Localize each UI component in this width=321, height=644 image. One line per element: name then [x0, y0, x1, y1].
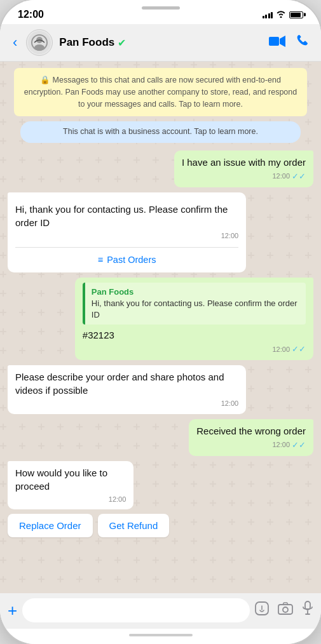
bubble-incoming: Please describe your order and share pho…: [8, 365, 246, 413]
message-time: 12:00: [109, 495, 126, 504]
input-icons: [255, 601, 313, 620]
phone-call-icon[interactable]: [297, 34, 311, 51]
message-text: #32123: [83, 330, 114, 340]
header-actions: [269, 34, 311, 51]
quote-block: Pan Foods Hi, thank you for contacting u…: [83, 283, 306, 325]
bubble-outgoing: Received the wrong order 12:00 ✓✓: [189, 419, 313, 456]
bubble-incoming: How would you like to proceed 12:00: [8, 461, 133, 509]
message-time: 12:00: [221, 231, 239, 241]
verified-badge: ✔: [118, 37, 126, 49]
avatar: [26, 29, 53, 56]
chat-body: 🔒 Messages to this chat and calls are no…: [0, 62, 321, 593]
mic-icon[interactable]: [302, 601, 313, 620]
quote-sender: Pan Foods: [92, 286, 299, 298]
message-row: Please describe your order and share pho…: [8, 365, 313, 413]
top-notch: [142, 6, 180, 10]
video-call-icon[interactable]: [269, 36, 285, 50]
read-receipt: ✓✓: [292, 171, 306, 182]
contact-info: Pan Foods ✔: [59, 36, 263, 49]
past-orders-button[interactable]: ≡ Past Orders: [15, 247, 238, 272]
bubble-incoming-with-button: Hi, thank you for contacting us. Please …: [8, 192, 246, 272]
message-time: 12:00: [272, 440, 290, 450]
message-row: Pan Foods Hi, thank you for contacting u…: [8, 278, 313, 361]
message-text: How would you like to proceed: [15, 467, 107, 492]
camera-icon[interactable]: [278, 602, 293, 619]
wifi-icon: [276, 10, 286, 20]
status-icons: [263, 10, 304, 20]
message-row: Hi, thank you for contacting us. Please …: [8, 192, 313, 272]
message-text: Hi, thank you for contacting us. Please …: [15, 204, 228, 228]
quote-text: Hi, thank you for contacting us. Please …: [92, 298, 299, 321]
action-buttons-row: Replace Order Get Refund: [8, 514, 169, 537]
message-row: Received the wrong order 12:00 ✓✓: [8, 419, 313, 456]
message-time: 12:00: [272, 171, 290, 181]
svg-rect-4: [269, 37, 279, 46]
svg-point-8: [283, 607, 288, 612]
message-text: Received the wrong order: [196, 426, 306, 436]
message-time: 12:00: [221, 399, 239, 408]
message-row: How would you like to proceed 12:00 Repl…: [8, 461, 313, 537]
message-input[interactable]: [22, 598, 250, 622]
plus-button[interactable]: +: [8, 602, 17, 619]
svg-marker-5: [280, 36, 285, 47]
svg-point-3: [34, 44, 44, 51]
bubble-outgoing: I have an issue with my order 12:00 ✓✓: [174, 151, 313, 187]
get-refund-button[interactable]: Get Refund: [98, 514, 170, 537]
contact-name: Pan Foods: [59, 36, 114, 49]
message-text: I have an issue with my order: [182, 157, 306, 168]
input-bar: +: [0, 593, 321, 629]
back-button[interactable]: ‹: [10, 32, 20, 53]
past-orders-label: Past Orders: [107, 253, 156, 266]
business-banner[interactable]: This chat is with a business account. Ta…: [20, 121, 301, 143]
message-time: 12:00: [272, 345, 290, 354]
phone-frame: 12:00 ‹: [0, 0, 321, 644]
bubble-outgoing-quoted: Pan Foods Hi, thank you for contacting u…: [75, 278, 313, 361]
signal-icon: [263, 11, 273, 18]
status-time: 12:00: [18, 9, 44, 20]
read-receipt: ✓✓: [292, 439, 306, 451]
list-icon: ≡: [98, 253, 103, 266]
home-indicator: [0, 629, 321, 644]
chat-header: ‹ Pan Foods ✔: [0, 24, 321, 62]
sticker-icon[interactable]: [255, 601, 269, 619]
battery-icon: [289, 11, 303, 18]
status-bar: 12:00: [0, 0, 321, 24]
encryption-banner[interactable]: 🔒 Messages to this chat and calls are no…: [14, 68, 307, 116]
message-row: I have an issue with my order 12:00 ✓✓: [8, 151, 313, 187]
home-bar: [129, 634, 193, 636]
message-text: Please describe your order and share pho…: [15, 372, 224, 396]
read-receipt: ✓✓: [292, 344, 306, 355]
replace-order-button[interactable]: Replace Order: [8, 514, 93, 537]
